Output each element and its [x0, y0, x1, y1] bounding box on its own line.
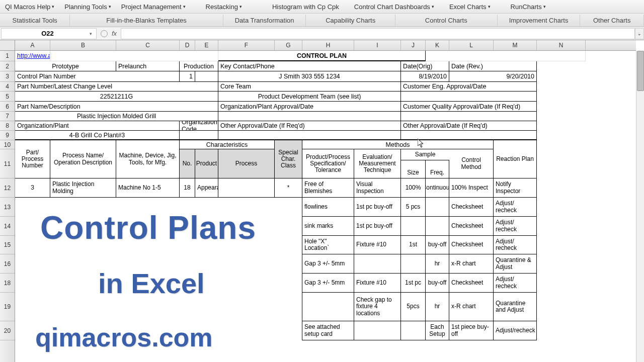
fx-label[interactable]: fx — [112, 30, 117, 37]
cell[interactable]: buy-off — [426, 274, 449, 293]
row-header-1[interactable]: 1 — [0, 51, 15, 61]
cell[interactable] — [218, 321, 275, 340]
cell[interactable]: * — [275, 178, 302, 198]
select-all-corner[interactable] — [0, 40, 15, 51]
cell[interactable]: Quarantine and Adjust — [494, 293, 537, 321]
cell[interactable] — [401, 112, 537, 121]
cell[interactable] — [116, 293, 180, 321]
cell[interactable]: Checksheet — [449, 217, 494, 236]
cell-production[interactable]: Production — [180, 61, 218, 71]
row-header-14[interactable]: 14 — [0, 217, 15, 236]
col-header-L[interactable]: L — [449, 40, 494, 50]
cell[interactable]: Gap 3 +/- 5mm — [302, 254, 354, 274]
cell[interactable] — [218, 198, 275, 217]
cell[interactable] — [15, 274, 50, 293]
cell[interactable] — [275, 274, 302, 293]
cell-orgplant-val[interactable]: 4-B Grill Co Plant#3 — [15, 131, 180, 140]
cell[interactable]: 1st pc buy-off — [354, 198, 401, 217]
cell-dateorig-val[interactable]: 8/19/2010 — [401, 71, 449, 82]
cell-cpn[interactable]: Control Plan Number — [15, 71, 180, 82]
row-header-20[interactable]: 20 — [0, 321, 15, 340]
cell[interactable] — [116, 198, 180, 217]
cell-partname-val[interactable]: Plastic Injection Molded Grill — [15, 112, 218, 121]
cell[interactable]: x-R chart — [449, 293, 494, 321]
cell-otherapp[interactable]: Other Approval/Date (If Req'd) — [218, 121, 401, 131]
cell[interactable]: See attached setup card — [302, 321, 354, 340]
cell[interactable] — [354, 321, 401, 340]
cell[interactable]: Plastic Injection Molding — [50, 178, 116, 198]
cell-orgplant[interactable]: Organization/Plant — [15, 121, 180, 131]
cell[interactable]: Visual Inspection — [354, 178, 401, 198]
cell[interactable] — [401, 217, 426, 236]
cell[interactable]: Checksheet — [449, 274, 494, 293]
cell[interactable]: Free of Blemishes — [302, 178, 354, 198]
cell-cpn-val[interactable]: 1 — [180, 71, 195, 82]
cell[interactable]: 1st pc buy-off — [354, 217, 401, 236]
row-header-7[interactable]: 7 — [0, 112, 15, 121]
cell[interactable]: Adjust/ recheck — [494, 274, 537, 293]
group-statistical-tools[interactable]: Statistical Tools — [0, 15, 70, 26]
cell[interactable]: Adjust/recheck — [494, 321, 537, 340]
row-header-16[interactable]: 16 — [0, 254, 15, 274]
cell-otherapp2[interactable]: Other Approval/Date (If Req'd) — [401, 121, 537, 131]
cell[interactable] — [401, 254, 426, 274]
cell[interactable]: Adjust/ recheck — [494, 217, 537, 236]
cell[interactable] — [275, 236, 302, 254]
cell[interactable] — [116, 236, 180, 254]
col-header-N[interactable]: N — [537, 40, 586, 50]
cell-partnum-val[interactable]: 22521211G — [15, 92, 218, 102]
cell[interactable] — [50, 321, 116, 340]
cell-custqual[interactable]: Customer Quality Approval/Date (If Req'd… — [401, 102, 537, 112]
group-improvement-charts[interactable]: Improvement Charts — [498, 15, 581, 26]
row-header-10[interactable]: 10 — [0, 140, 15, 149]
cell[interactable] — [218, 112, 401, 121]
group-other-charts[interactable]: Other Charts — [580, 15, 644, 26]
cell[interactable] — [195, 274, 218, 293]
cell[interactable] — [50, 217, 116, 236]
cell[interactable] — [195, 293, 218, 321]
name-box[interactable]: O22 ▾ — [1, 28, 97, 39]
cell[interactable] — [195, 217, 218, 236]
cell[interactable]: Gap 3 +/- 5mm — [302, 274, 354, 293]
cell[interactable]: flowlines — [302, 198, 354, 217]
menu-control-chart-dashboards[interactable]: Control Chart Dashboards▾ — [349, 1, 439, 13]
th-machine[interactable]: Machine, Device, Jig, Tools, for Mfg. — [116, 140, 180, 178]
cell[interactable]: 1st piece buy-off — [449, 321, 494, 340]
scrollbar-thumb[interactable] — [637, 51, 644, 91]
cell-keycontact-val[interactable]: J Smith 303 555 1234 — [218, 71, 401, 82]
cell-orgplantapp[interactable]: Organization/Plant Approval/Date — [218, 102, 401, 112]
cell[interactable] — [426, 51, 586, 61]
cell-daterev-val[interactable]: 9/20/2010 — [449, 71, 537, 82]
cell[interactable] — [116, 321, 180, 340]
cell[interactable] — [180, 217, 195, 236]
th-partnum[interactable]: Part/ Process Number — [15, 140, 50, 178]
row-header-2[interactable]: 2 — [0, 61, 15, 71]
menu-runcharts[interactable]: RunCharts▾ — [506, 1, 551, 13]
cell[interactable] — [116, 274, 180, 293]
col-header-B[interactable]: B — [50, 40, 116, 50]
col-header-D[interactable]: D — [180, 40, 195, 50]
row-header-13[interactable]: 13 — [0, 198, 15, 217]
cell[interactable]: 18 — [180, 178, 195, 198]
cell[interactable] — [354, 254, 401, 274]
cell[interactable]: 3 — [15, 178, 50, 198]
cell-dateorig[interactable]: Date(Orig) — [401, 61, 449, 71]
col-header-M[interactable]: M — [494, 40, 537, 50]
cell[interactable]: 5pcs — [401, 293, 426, 321]
cell-title[interactable]: CONTROL PLAN — [218, 51, 426, 61]
cell[interactable]: sink marks — [302, 217, 354, 236]
cell[interactable] — [195, 236, 218, 254]
cell-orgcode[interactable]: Organization Code — [180, 121, 218, 131]
cell[interactable] — [50, 293, 116, 321]
cell[interactable] — [218, 236, 275, 254]
row-header-6[interactable]: 6 — [0, 102, 15, 112]
group-data-transformation[interactable]: Data Transformation — [223, 15, 306, 26]
cell[interactable] — [15, 198, 50, 217]
cell[interactable] — [50, 198, 116, 217]
cell[interactable]: Adjust/ recheck — [494, 198, 537, 217]
cell-daterev[interactable]: Date (Rev.) — [449, 61, 537, 71]
chevron-down-icon[interactable]: ▾ — [90, 31, 92, 36]
cancel-icon[interactable] — [101, 30, 108, 37]
cell[interactable] — [275, 321, 302, 340]
th-spec[interactable]: Product/Process Specification/ Tolerance — [302, 149, 354, 178]
